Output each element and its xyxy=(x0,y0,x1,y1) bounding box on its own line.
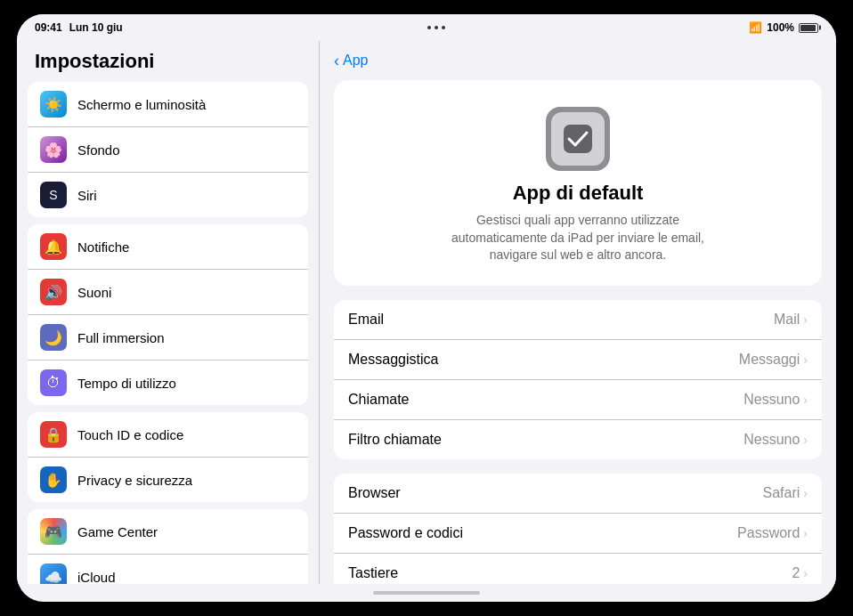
sidebar: Impostazioni ☀️ Schermo e luminosità 🌸 S… xyxy=(17,41,320,584)
schermo-label: Schermo e luminosità xyxy=(77,97,206,112)
password-value: Password › xyxy=(737,525,808,541)
home-bar xyxy=(373,591,480,595)
email-value-text: Mail xyxy=(774,312,800,328)
status-day: Lun 10 giu xyxy=(69,21,123,34)
header-subtitle: Gestisci quali app verranno utilizzate a… xyxy=(435,212,720,264)
schermo-icon: ☀️ xyxy=(40,91,67,118)
chiamate-value-text: Nessuno xyxy=(743,392,800,408)
browser-value-text: Safari xyxy=(763,485,800,501)
sfondo-label: Sfondo xyxy=(77,142,120,158)
home-indicator xyxy=(17,584,836,602)
sidebar-item-siri[interactable]: S Siri xyxy=(28,173,308,217)
suoni-label: Suoni xyxy=(77,285,111,300)
filtro-label: Filtro chiamate xyxy=(348,432,442,448)
notifiche-icon: 🔔 xyxy=(40,233,67,260)
settings-section-2: Browser Safari › Password e codici Passw… xyxy=(334,474,822,584)
header-title: App di default xyxy=(513,182,644,205)
messaggistica-value-text: Messaggi xyxy=(739,352,800,368)
dot2 xyxy=(435,26,438,29)
app-default-icon-container xyxy=(546,107,610,171)
sidebar-item-sfondo[interactable]: 🌸 Sfondo xyxy=(28,127,308,173)
sidebar-item-gamecenter[interactable]: 🎮 Game Center xyxy=(28,509,308,555)
app-default-icon xyxy=(551,112,605,166)
full-immersion-icon: 🌙 xyxy=(40,324,67,351)
browser-chevron-icon: › xyxy=(803,486,808,500)
battery-percent: 100% xyxy=(767,21,794,34)
tastiere-value: 2 › xyxy=(792,565,808,581)
detail-nav: ‹ App xyxy=(320,41,836,80)
sidebar-section-1: ☀️ Schermo e luminosità 🌸 Sfondo S Siri xyxy=(28,82,308,217)
checkmark-icon xyxy=(562,123,594,155)
status-right: 📶 100% xyxy=(749,21,818,34)
sidebar-item-tempo[interactable]: ⏱ Tempo di utilizzo xyxy=(28,361,308,405)
settings-row-browser[interactable]: Browser Safari › xyxy=(334,474,822,514)
settings-section-1: Email Mail › Messaggistica Messaggi › Ch… xyxy=(334,300,822,459)
email-chevron-icon: › xyxy=(803,312,808,327)
sidebar-item-privacy[interactable]: ✋ Privacy e sicurezza xyxy=(28,458,308,502)
filtro-value-text: Nessuno xyxy=(743,432,800,448)
chiamate-value: Nessuno › xyxy=(743,392,808,408)
browser-label: Browser xyxy=(348,485,401,501)
browser-value: Safari › xyxy=(763,485,808,501)
password-chevron-icon: › xyxy=(803,526,808,540)
wifi-icon: 📶 xyxy=(749,21,762,34)
battery-fill xyxy=(800,25,816,31)
messaggistica-chevron-icon: › xyxy=(803,353,808,367)
dot3 xyxy=(442,26,445,29)
dot1 xyxy=(427,26,431,29)
settings-row-chiamate[interactable]: Chiamate Nessuno › xyxy=(334,380,822,420)
status-left: 09:41 Lun 10 giu xyxy=(35,21,123,34)
siri-icon: S xyxy=(40,182,67,208)
sidebar-section-3: 🔒 Touch ID e codice ✋ Privacy e sicurezz… xyxy=(28,412,308,502)
sidebar-item-icloud[interactable]: ☁️ iCloud xyxy=(28,555,308,584)
status-bar: 09:41 Lun 10 giu 📶 100% xyxy=(17,14,836,41)
settings-row-filtro[interactable]: Filtro chiamate Nessuno › xyxy=(334,420,822,459)
email-label: Email xyxy=(348,312,384,328)
sidebar-item-notifiche[interactable]: 🔔 Notifiche xyxy=(28,224,308,270)
sidebar-item-full-immersion[interactable]: 🌙 Full immersion xyxy=(28,315,308,361)
tempo-icon: ⏱ xyxy=(40,369,67,396)
password-value-text: Password xyxy=(737,525,800,541)
privacy-label: Privacy e sicurezza xyxy=(77,473,192,488)
ipad-frame: 09:41 Lun 10 giu 📶 100% Impostazioni ☀️ … xyxy=(17,14,836,602)
gamecenter-icon: 🎮 xyxy=(40,518,67,545)
password-label: Password e codici xyxy=(348,525,463,541)
sfondo-icon: 🌸 xyxy=(40,136,67,163)
email-value: Mail › xyxy=(774,312,808,328)
main-content: Impostazioni ☀️ Schermo e luminosità 🌸 S… xyxy=(17,41,836,584)
messaggistica-value: Messaggi › xyxy=(739,352,808,368)
back-button[interactable]: ‹ App xyxy=(334,52,368,70)
chiamate-label: Chiamate xyxy=(348,392,409,408)
messaggistica-label: Messaggistica xyxy=(348,352,438,368)
status-center xyxy=(427,26,445,29)
siri-label: Siri xyxy=(77,188,97,203)
sidebar-title: Impostazioni xyxy=(17,41,319,82)
touchid-label: Touch ID e codice xyxy=(77,427,183,442)
touchid-icon: 🔒 xyxy=(40,421,67,448)
tempo-label: Tempo di utilizzo xyxy=(77,376,176,391)
status-time: 09:41 xyxy=(35,21,62,34)
settings-row-messaggistica[interactable]: Messaggistica Messaggi › xyxy=(334,340,822,380)
filtro-chevron-icon: › xyxy=(803,433,808,447)
settings-row-email[interactable]: Email Mail › xyxy=(334,300,822,340)
notifiche-label: Notifiche xyxy=(77,239,129,255)
battery-icon xyxy=(799,23,818,33)
full-immersion-label: Full immersion xyxy=(77,330,165,345)
back-label: App xyxy=(343,53,368,69)
settings-row-password[interactable]: Password e codici Password › xyxy=(334,514,822,554)
settings-row-tastiere[interactable]: Tastiere 2 › xyxy=(334,554,822,584)
sidebar-section-2: 🔔 Notifiche 🔊 Suoni 🌙 Full immersion ⏱ T… xyxy=(28,224,308,405)
sidebar-item-schermo[interactable]: ☀️ Schermo e luminosità xyxy=(28,82,308,127)
back-chevron-icon: ‹ xyxy=(334,52,339,70)
tastiere-value-text: 2 xyxy=(792,565,800,581)
icloud-label: iCloud xyxy=(77,570,116,585)
tastiere-chevron-icon: › xyxy=(803,566,808,580)
sidebar-item-suoni[interactable]: 🔊 Suoni xyxy=(28,270,308,315)
sidebar-item-touchid[interactable]: 🔒 Touch ID e codice xyxy=(28,412,308,458)
detail-panel: ‹ App App di default Gestisci quali app … xyxy=(320,41,836,584)
filtro-value: Nessuno › xyxy=(743,432,808,448)
privacy-icon: ✋ xyxy=(40,466,67,493)
chiamate-chevron-icon: › xyxy=(803,393,808,407)
gamecenter-label: Game Center xyxy=(77,524,158,539)
header-card: App di default Gestisci quali app verran… xyxy=(334,80,822,286)
